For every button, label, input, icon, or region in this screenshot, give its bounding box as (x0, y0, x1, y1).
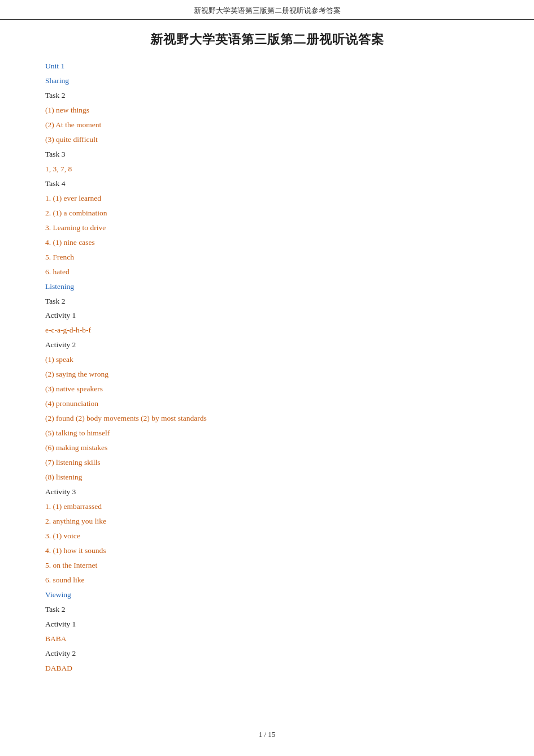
content-line-14: 6. hated (45, 265, 489, 279)
content-line-18: e-c-a-g-d-h-b-f (45, 323, 489, 338)
content-line-0: Unit 1 (45, 59, 489, 74)
content-line-16: Task 2 (45, 295, 489, 309)
content-line-28: (8) listening (45, 470, 489, 485)
content-line-40: Activity 2 (45, 647, 489, 661)
content-line-10: 2. (1) a combination (45, 206, 489, 221)
content-line-22: (3) native speakers (45, 382, 489, 396)
content-line-4: (2) At the moment (45, 118, 489, 132)
content-line-31: 2. anything you like (45, 515, 489, 529)
content-line-25: (5) talking to himself (45, 426, 489, 440)
content-line-26: (6) making mistakes (45, 441, 489, 455)
content-line-35: 6. sound like (45, 573, 489, 587)
page-footer: 1 / 15 (0, 730, 534, 739)
content-line-7: 1, 3, 7, 8 (45, 162, 489, 176)
content-line-23: (4) pronunciation (45, 397, 489, 411)
content-block: Unit 1SharingTask 2(1) new things(2) At … (45, 59, 489, 676)
content-line-33: 4. (1) how it sounds (45, 544, 489, 558)
content-line-29: Activity 3 (45, 485, 489, 499)
content-line-36: Viewing (45, 588, 489, 602)
content-line-13: 5. French (45, 250, 489, 265)
content-line-3: (1) new things (45, 103, 489, 118)
content-line-27: (7) listening skills (45, 456, 489, 470)
content-line-8: Task 4 (45, 177, 489, 191)
header-title: 新视野大学英语第三版第二册视听说参考答案 (194, 6, 341, 15)
content-line-11: 3. Learning to drive (45, 221, 489, 235)
content-line-38: Activity 1 (45, 617, 489, 632)
content-line-41: DABAD (45, 662, 489, 676)
main-title: 新视野大学英语第三版第二册视听说答案 (45, 31, 489, 48)
page-header: 新视野大学英语第三版第二册视听说参考答案 (0, 0, 534, 20)
page-wrapper: 新视野大学英语第三版第二册视听说参考答案 新视野大学英语第三版第二册视听说答案 … (0, 0, 534, 756)
content-line-15: Listening (45, 280, 489, 294)
page-container: 新视野大学英语第三版第二册视听说答案 Unit 1SharingTask 2(1… (0, 31, 534, 710)
content-line-34: 5. on the Internet (45, 559, 489, 573)
content-line-20: (1) speak (45, 353, 489, 367)
content-line-9: 1. (1) ever learned (45, 192, 489, 206)
content-line-37: Task 2 (45, 603, 489, 617)
content-line-30: 1. (1) embarrassed (45, 500, 489, 514)
content-line-19: Activity 2 (45, 338, 489, 352)
content-line-5: (3) quite difficult (45, 133, 489, 147)
page-number: 1 / 15 (259, 730, 276, 738)
content-line-12: 4. (1) nine cases (45, 236, 489, 250)
content-line-2: Task 2 (45, 89, 489, 103)
content-line-24: (2) found (2) body movements (2) by most… (45, 412, 489, 426)
content-line-32: 3. (1) voice (45, 529, 489, 543)
content-line-21: (2) saying the wrong (45, 368, 489, 382)
content-line-39: BABA (45, 632, 489, 646)
content-line-1: Sharing (45, 74, 489, 88)
content-line-6: Task 3 (45, 148, 489, 162)
content-line-17: Activity 1 (45, 309, 489, 323)
